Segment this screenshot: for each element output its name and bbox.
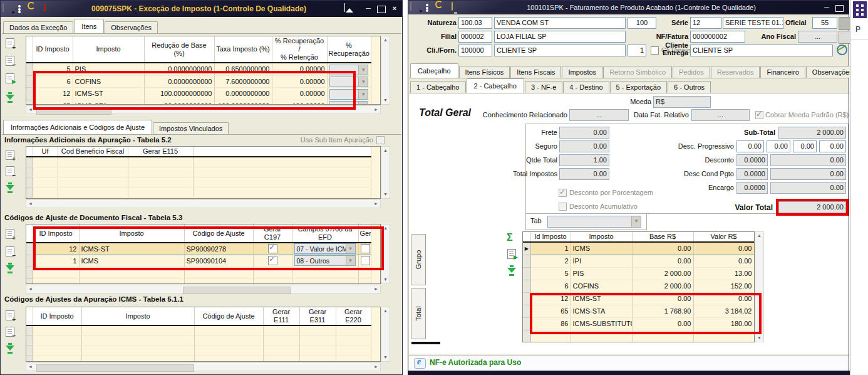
scroll-up-icon[interactable] — [381, 307, 390, 315]
cobrar-moeda-checkbox[interactable] — [755, 111, 763, 119]
minimize-button[interactable]: ─ — [362, 4, 375, 14]
checkbox-cell[interactable] — [361, 256, 370, 265]
subtab-2-cabecalho[interactable]: 2 - Cabeçalho — [467, 78, 525, 93]
subtab-3-nfe[interactable]: 3 - NF-e — [525, 81, 562, 93]
scroll-left-icon[interactable] — [26, 363, 34, 371]
scroll-down-icon[interactable] — [381, 354, 390, 361]
side-tab-total[interactable]: Total — [411, 288, 426, 339]
row-header[interactable] — [523, 305, 530, 317]
combo-cell[interactable] — [329, 89, 368, 100]
table-row[interactable]: 86ICMS-SUBSTITUTO0.00180.00 — [523, 317, 754, 330]
cell[interactable]: ICMS-STA — [571, 305, 632, 317]
cell[interactable]: 2 000.00 — [632, 267, 693, 280]
conhecimento-field[interactable]: ... — [569, 109, 629, 121]
frete-field[interactable]: 0.00 — [559, 127, 609, 139]
cliente-entrega-field[interactable]: CLIENTE SP — [690, 45, 833, 56]
cell[interactable]: 152.00 — [693, 280, 754, 292]
remove-row-button[interactable] — [5, 56, 16, 66]
cell[interactable]: ICMS-ST — [73, 88, 144, 100]
titlebar[interactable]: 100101SPK - Faturamento de Produto Acaba… — [408, 1, 849, 14]
cell[interactable]: COFINS — [571, 280, 632, 292]
cell[interactable]: 6 — [33, 75, 73, 88]
cell[interactable]: 1 768.90 — [632, 305, 693, 317]
horizontal-scrollbar[interactable] — [26, 362, 381, 371]
row-header[interactable] — [523, 292, 530, 305]
table-row[interactable]: 65ICMS-STA-33.0000000000180.000000000010… — [26, 100, 371, 105]
horizontal-scrollbar[interactable] — [26, 105, 381, 114]
desc-prog-field-2[interactable]: 0.00 — [767, 140, 790, 152]
combo-cell[interactable] — [329, 77, 368, 87]
natureza-desc-field[interactable]: VENDA COM ST — [494, 17, 626, 29]
scroll-down-icon[interactable] — [381, 276, 390, 283]
tab-itens-fiscais[interactable]: Itens Fiscais — [510, 66, 561, 78]
cell[interactable]: 1 — [530, 242, 571, 255]
cell[interactable]: 0.00 — [693, 242, 754, 255]
close-button[interactable]: × — [388, 4, 401, 14]
combo-cell[interactable] — [329, 101, 368, 105]
cell[interactable]: 12 — [530, 292, 571, 305]
table-row[interactable]: ▶1ICMS0.000.00 — [523, 242, 754, 255]
desc-cond-pct-field[interactable]: 0.0000 — [736, 168, 768, 180]
tab-itens-fisicos[interactable]: Itens Físicos — [459, 66, 510, 78]
cell[interactable]: 180.00 — [693, 317, 754, 330]
row-header[interactable] — [26, 75, 33, 88]
encargo-pct-field[interactable]: 0.0000 — [736, 182, 768, 194]
ano-fiscal-field[interactable]: ... — [798, 31, 837, 43]
vertical-scrollbar[interactable] — [381, 224, 390, 284]
minimize-button[interactable]: ─ — [820, 3, 833, 13]
cell[interactable]: 6 — [530, 280, 571, 292]
tab-impostos[interactable]: Impostos — [562, 66, 602, 78]
cell[interactable]: SP90090278 — [184, 243, 253, 255]
dock-menu-icon[interactable] — [853, 1, 867, 18]
scroll-thumb[interactable] — [36, 364, 194, 372]
cell[interactable]: 0.0000000000 — [144, 75, 214, 88]
scroll-right-icon[interactable] — [372, 363, 380, 371]
checkbox-cell[interactable] — [268, 256, 277, 265]
cell[interactable]: ICMS-ST — [571, 292, 632, 305]
cell[interactable] — [327, 88, 371, 100]
cli-forn-desc-field[interactable]: CLIENTE SP — [494, 45, 626, 56]
scroll-left-icon[interactable] — [26, 285, 34, 293]
wrench-icon[interactable] — [30, 4, 40, 14]
cell[interactable]: ICMS-STA — [73, 100, 144, 105]
add-row-button[interactable] — [5, 150, 16, 161]
cell[interactable]: SP90090104 — [184, 255, 253, 267]
desconto-pct-field[interactable]: 0.0000 — [736, 154, 768, 166]
combo-cell[interactable] — [329, 65, 368, 75]
cli-forn-code-field[interactable]: 100000 — [458, 45, 492, 56]
tab-dados-da-excecao[interactable]: Dados da Exceção — [3, 21, 73, 33]
vertical-scrollbar[interactable] — [755, 231, 764, 342]
scroll-thumb[interactable] — [36, 107, 111, 115]
cell[interactable]: 5 — [530, 267, 571, 280]
cell[interactable]: 0.6500000000 — [214, 63, 272, 75]
cell[interactable]: 13.00 — [693, 267, 754, 280]
desconto-acumulativo-checkbox[interactable] — [559, 203, 567, 211]
cell[interactable] — [327, 63, 371, 75]
serie-desc-field[interactable]: SERIE TESTE 01.1 — [723, 17, 783, 29]
table-row[interactable]: 1ICMSSP9009010408 - Outros — [26, 255, 371, 267]
vertical-scrollbar[interactable] — [381, 146, 390, 199]
cell[interactable] — [253, 255, 292, 267]
row-header[interactable] — [523, 280, 530, 292]
row-header[interactable] — [523, 267, 530, 280]
export-doc-icon[interactable] — [410, 3, 420, 13]
cell[interactable]: 2 — [530, 255, 571, 267]
row-header[interactable] — [26, 356, 33, 362]
row-header[interactable] — [523, 317, 530, 330]
scroll-up-icon[interactable] — [381, 224, 390, 232]
add-row-button[interactable] — [5, 310, 16, 321]
oficial-field[interactable]: 55 — [812, 17, 837, 29]
cell[interactable]: 0.00 — [632, 292, 693, 305]
serie-code-field[interactable]: 12 — [690, 17, 721, 29]
remove-row-button[interactable] — [5, 327, 16, 337]
cell[interactable]: 12 — [33, 88, 73, 100]
cell[interactable]: 0.00000 — [272, 75, 327, 88]
scroll-thumb[interactable] — [183, 287, 291, 294]
row-header[interactable]: ▶ — [523, 242, 530, 255]
row-header[interactable] — [26, 278, 33, 284]
scroll-right-icon[interactable] — [372, 200, 380, 208]
cell[interactable] — [358, 255, 371, 267]
copy-row-button[interactable] — [5, 73, 16, 84]
table-row[interactable]: 65ICMS-STA1 768.903 184.02 — [523, 305, 754, 317]
cell[interactable]: ICMS — [571, 242, 632, 255]
